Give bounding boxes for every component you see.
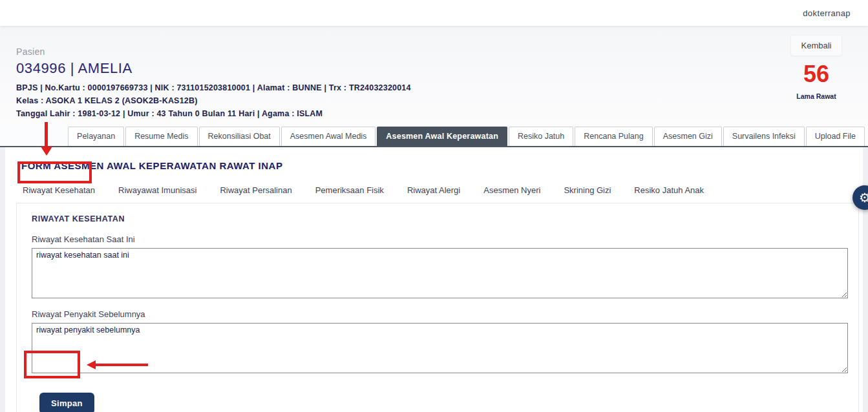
patient-insurance-line: BPJS | No.Kartu : 0000197669733 | NIK : … [16, 81, 852, 94]
subtab-riwayat-kesehatan[interactable]: Riwayat Kesehatan [21, 180, 96, 203]
subtab-skrining-gizi[interactable]: Skrining Gizi [562, 180, 612, 203]
header-right-panel: Kembali 56 Lama Rawat [781, 35, 852, 100]
tab-pelayanan[interactable]: Pelayanan [68, 127, 124, 146]
tab-asesmen-awal-keperawatan[interactable]: Asesmen Awal Keperawatan [377, 127, 507, 146]
subtab-asesmen-nyeri[interactable]: Asesmen Nyeri [482, 180, 542, 203]
tab-upload-file[interactable]: Upload File [806, 127, 865, 146]
top-bar: dokterranap [0, 0, 868, 26]
subtab-riwayat-persalinan[interactable]: Riwayat Persalinan [218, 180, 293, 203]
back-button[interactable]: Kembali [790, 35, 843, 56]
tab-rekonsiliasi-obat[interactable]: Rekonsiliasi Obat [199, 127, 280, 146]
subtab-riwayat-alergi[interactable]: Riwayat Alergi [406, 180, 461, 203]
patient-header: Pasien 034996 | AMELIA BPJS | No.Kartu :… [0, 26, 868, 127]
subtab-resiko-jatuh-anak[interactable]: Resiko Jatuh Anak [633, 180, 705, 203]
subtab-riwayat-imunisasi[interactable]: Riwayawat Imunisasi [117, 180, 198, 203]
tab-resume-medis[interactable]: Resume Medis [125, 127, 197, 146]
main-tabstrip: Pelayanan Resume Medis Rekonsiliasi Obat… [0, 127, 868, 147]
riwayat-penyakit-sebelumnya-textarea[interactable]: riwayat penyakit sebelumnya [32, 323, 848, 373]
riwayat-kesehatan-saat-ini-textarea[interactable]: riwayat kesehatan saat ini [32, 248, 848, 298]
subtab-pemeriksaan-fisik[interactable]: Pemeriksaan Fisik [314, 180, 385, 203]
length-of-stay-value: 56 [781, 63, 852, 86]
form-subtabs: Riwayat Kesehatan Riwayawat Imunisasi Ri… [16, 180, 859, 203]
tab-asesmen-gizi[interactable]: Asesmen Gizi [654, 127, 722, 146]
tab-resiko-jatuh[interactable]: Resiko Jatuh [509, 127, 573, 146]
user-menu[interactable]: dokterranap [803, 8, 851, 18]
gear-icon: ⚙ [859, 190, 868, 205]
form-title: FORM ASESMEN AWAL KEPERAWATAN RAWAT INAP [16, 160, 859, 171]
patient-id-name: 034996 | AMELIA [16, 60, 852, 77]
tab-asesmen-awal-medis[interactable]: Asesmen Awal Medis [281, 127, 376, 146]
patient-class-line: Kelas : ASOKA 1 KELAS 2 (ASOK2B-KAS12B) [16, 94, 852, 107]
patient-section-label: Pasien [16, 46, 852, 57]
content-card: FORM ASESMEN AWAL KEPERAWATAN RAWAT INAP… [5, 147, 863, 412]
riwayat-kesehatan-saat-ini-label: Riwayat Kesehatan Saat Ini [32, 234, 848, 244]
tab-rencana-pulang[interactable]: Rencana Pulang [575, 127, 652, 146]
save-button[interactable]: Simpan [39, 393, 94, 412]
tab-survailens-infeksi[interactable]: Survailens Infeksi [723, 127, 805, 146]
patient-birth-line: Tanggal Lahir : 1981-03-12 | Umur : 43 T… [16, 107, 852, 120]
length-of-stay-label: Lama Rawat [781, 92, 852, 100]
section-heading: RIWAYAT KESEHATAN [32, 214, 848, 223]
riwayat-kesehatan-panel: RIWAYAT KESEHATAN Riwayat Kesehatan Saat… [16, 203, 859, 412]
riwayat-penyakit-sebelumnya-label: Riwayat Penyakit Sebelumnya [32, 309, 848, 319]
